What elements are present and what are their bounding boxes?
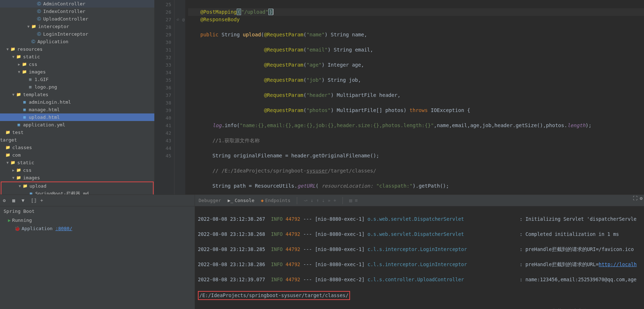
app-label: Application — [22, 226, 53, 231]
tree-item-images[interactable]: ▼📁images — [0, 68, 154, 76]
application-node[interactable]: 🐞Application :8080/ — [0, 224, 195, 233]
console-toolbar2: ▤ ≡ — [349, 198, 358, 203]
tree-item-templates[interactable]: ▼📁templates — [0, 91, 154, 98]
chevron-right-icon[interactable]: ▶ — [17, 62, 22, 66]
running-node[interactable]: ▶Running — [0, 216, 195, 224]
chevron-down-icon[interactable]: ▼ — [11, 176, 16, 180]
more-icon[interactable]: ▤ — [349, 198, 352, 203]
tree-item-upload-folder[interactable]: ▼📁upload — [1, 182, 153, 190]
springboot-header[interactable]: Spring Boot — [0, 206, 195, 216]
folder-icon: 📁 — [16, 175, 22, 181]
tree-item-springboot-md[interactable]: ▦SpringBoot-拦截器.md — [1, 190, 153, 194]
code-token: , — [364, 32, 367, 37]
tab-endpoints[interactable]: ◆Endpoints — [261, 198, 290, 203]
line-number: 33 — [155, 61, 171, 69]
tab-console[interactable]: ▶_Console — [228, 198, 254, 203]
tree-item-css2[interactable]: ▶📁css — [0, 166, 154, 174]
code-token: "age" — [307, 62, 322, 68]
step-into-icon[interactable]: ↓ — [310, 198, 313, 203]
chevron-right-icon[interactable]: ▶ — [11, 168, 16, 172]
tree-item-logo[interactable]: ▦logo.png — [0, 83, 154, 91]
code-token: ); — [585, 122, 591, 128]
line-number: 27 — [155, 16, 171, 23]
tree-item-indexcontroller[interactable]: ⒸIndexController — [0, 8, 154, 15]
expand-icon[interactable]: ⛶ — [633, 196, 638, 201]
code-token: upload — [243, 32, 261, 37]
log-msg: : Initializing Servlet 'dispatcherServle — [520, 216, 636, 222]
chevron-down-icon[interactable]: ▼ — [11, 93, 16, 97]
log-msg: : Completed initialization in 1 ms — [520, 231, 619, 237]
tree-item-uploadcontroller[interactable]: ⒸUploadController — [0, 15, 154, 23]
folder-icon: 📁 — [16, 54, 22, 60]
tree-item-appyml[interactable]: ▦application.yml — [0, 121, 154, 129]
code-token: sysuser — [307, 168, 328, 174]
port-link[interactable]: :8080/ — [55, 226, 72, 231]
more-icon2[interactable]: ≡ — [355, 198, 358, 203]
play-icon: ▶ — [8, 218, 11, 223]
tree-item-manage[interactable]: ▦manage.html — [0, 106, 154, 113]
tree-item-upload-html[interactable]: ▦upload.html — [0, 113, 154, 121]
tree-item-logininterceptor[interactable]: ⒸLoginInterceptor — [0, 30, 154, 38]
tab-debugger[interactable]: Debugger — [199, 198, 221, 203]
tree-label: css — [29, 62, 37, 67]
log-thread: --- [nio-8080-exec-1] — [303, 216, 365, 222]
chevron-down-icon[interactable]: ▼ — [17, 184, 22, 188]
tree-item-interceptor[interactable]: ▼📁interceptor — [0, 23, 154, 30]
project-tree[interactable]: ⒸAdminController ⒸIndexController ⒸUploa… — [0, 0, 155, 194]
run-to-cursor-icon[interactable]: » — [328, 198, 331, 203]
tree-label: classes — [12, 145, 32, 150]
settings-icon[interactable]: ⚙ — [3, 198, 9, 203]
chevron-down-icon[interactable]: ▼ — [17, 70, 22, 74]
chevron-down-icon[interactable]: ▼ — [26, 24, 31, 28]
gutter-marker[interactable]: ꩜ @ — [176, 16, 185, 23]
tree-label: SpringBoot-拦截器.md — [35, 191, 89, 195]
tree-item-static[interactable]: ▼📁static — [0, 53, 154, 61]
code-token: ) — [322, 77, 328, 83]
gear-icon[interactable]: ⚙ — [640, 196, 643, 201]
file-icon: ▦ — [27, 84, 33, 90]
log-date: 2022-08-08 23:12:39.077 — [198, 277, 265, 282]
tree-item-resources[interactable]: ▼📁resources — [0, 45, 154, 53]
tree-item-application[interactable]: ⒸApplication — [0, 38, 154, 45]
tree-item-com[interactable]: 📁com — [0, 151, 154, 159]
line-number: 37 — [155, 91, 171, 99]
console-output[interactable]: 2022-08-08 23:12:38.267 INFO 44792 --- [… — [195, 206, 644, 309]
log-thread: --- [nio-8080-exec-1] — [303, 246, 365, 252]
tree-item-target[interactable]: target — [0, 136, 154, 144]
tree-item-classes[interactable]: 📁classes — [0, 144, 154, 151]
evaluate-icon[interactable]: ⌖ — [334, 198, 336, 203]
tree-label: UploadController — [43, 16, 88, 22]
tree-item-admincontroller[interactable]: ⒸAdminController — [0, 0, 154, 8]
force-step-icon[interactable]: ⇣ — [322, 198, 325, 203]
chevron-down-icon[interactable]: ▼ — [11, 55, 16, 59]
line-number: 34 — [155, 69, 171, 76]
code-token: "photos" — [307, 107, 331, 113]
log-url[interactable]: http://localh — [599, 261, 637, 267]
tree-item-adminlogin[interactable]: ▦adminLogin.html — [0, 98, 154, 106]
filter-icon[interactable]: ▼ — [22, 198, 27, 203]
tree-item-test[interactable]: 📁test — [0, 129, 154, 136]
log-logger: o.s.web.servlet.DispatcherServlet — [367, 216, 464, 222]
chevron-down-icon[interactable]: ▼ — [5, 47, 10, 51]
html-icon: ▦ — [22, 107, 27, 113]
code-token: getURL — [297, 183, 316, 189]
log-msg: : preHandle拦截到的请求的URL= — [520, 261, 599, 267]
tree-label: target — [0, 137, 17, 143]
code-token: String — [331, 32, 352, 37]
chevron-down-icon[interactable]: ▼ — [5, 161, 10, 165]
tree-item-images2[interactable]: ▼📁images — [0, 174, 154, 182]
log-level: INFO — [271, 231, 283, 237]
tree-item-static2[interactable]: ▼📁static — [0, 159, 154, 166]
code-editor[interactable]: 25 26 27 28 29 30 31 32 33 34 35 36 37 3… — [155, 0, 644, 194]
layout-icon[interactable]: ▦ — [12, 198, 18, 203]
line-number: 28 — [155, 23, 171, 31]
step-over-icon[interactable]: ⤻ — [304, 198, 308, 203]
separator — [343, 197, 343, 204]
collapse-icon[interactable]: ⟦⟧ — [31, 198, 37, 203]
code-content[interactable]: @PostMapping("/upload") @ResponseBody pu… — [185, 0, 644, 194]
tree-item-gif[interactable]: ▦1.GIF — [0, 76, 154, 83]
step-out-icon[interactable]: ↑ — [316, 198, 319, 203]
tree-item-css[interactable]: ▶📁css — [0, 61, 154, 68]
code-token: @ResponseBody — [200, 17, 240, 22]
add-icon[interactable]: + — [40, 198, 46, 203]
